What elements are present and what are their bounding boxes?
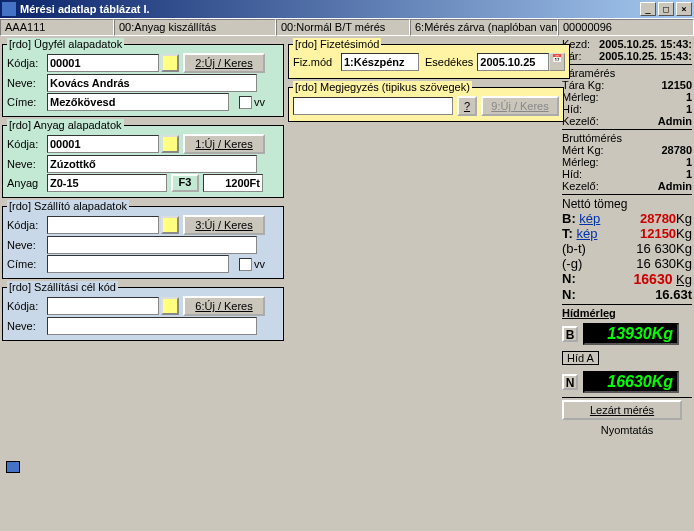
customer-name-label: Neve:: [7, 77, 47, 89]
customer-vv-checkbox[interactable]: [239, 96, 252, 109]
n-label: N:: [562, 271, 576, 287]
tare-kg-label: Tára Kg:: [562, 79, 604, 91]
statusbar: AAA111 00:Anyag kiszállítás 00:Normál B/…: [0, 18, 694, 36]
carrier-addr-label: Címe:: [7, 258, 47, 270]
scale2-label: Mérleg:: [562, 156, 599, 168]
bridge1-value: 1: [686, 103, 692, 115]
small-image-icon: [6, 461, 20, 473]
carrier-code-input[interactable]: [47, 216, 159, 234]
closed-measurement-button[interactable]: Lezárt mérés: [562, 400, 682, 420]
bridge2-label: Híd:: [562, 168, 582, 180]
customer-new-search-button[interactable]: 2:Új / Keres: [183, 53, 265, 73]
carrier-addr-input[interactable]: [47, 255, 229, 273]
status-id: 00000096: [558, 19, 694, 36]
bridge2-value: 1: [686, 168, 692, 180]
gross-section-label: Bruttómérés: [562, 132, 692, 144]
end-value: 2005.10.25. 15:43:: [599, 50, 692, 62]
start-value: 2005.10.25. 15:43:: [599, 38, 692, 50]
n2-value: 16.63t: [655, 287, 692, 302]
carrier-new-search-button[interactable]: 3:Új / Keres: [183, 215, 265, 235]
destination-name-input[interactable]: [47, 317, 257, 335]
maximize-button[interactable]: □: [658, 2, 674, 16]
payment-mode-input[interactable]: [341, 53, 419, 71]
material-legend: [rdo] Anyag alapadatok: [7, 119, 124, 131]
n-value: 16630: [634, 271, 673, 287]
material-name-input[interactable]: [47, 155, 257, 173]
note-help-button[interactable]: ?: [457, 96, 477, 116]
carrier-group: [rdo] Szállító alapadatok Kódja: 3:Új / …: [2, 200, 284, 279]
bt-label: (b-t): [562, 241, 586, 256]
n-display: 16630Kg: [583, 371, 679, 393]
status-state: 6:Mérés zárva (naplóban van): [410, 19, 558, 36]
f3-button[interactable]: F3: [171, 174, 199, 192]
customer-name-input[interactable]: [47, 74, 257, 92]
t-kep-link[interactable]: kép: [576, 226, 597, 241]
material-anyag-input[interactable]: [47, 174, 167, 192]
customer-lookup-button[interactable]: [161, 54, 179, 72]
n-badge: N: [562, 374, 578, 390]
carrier-lookup-button[interactable]: [161, 216, 179, 234]
note-input[interactable]: [293, 97, 453, 115]
b-value: 28780: [640, 211, 676, 226]
scale1-label: Mérleg:: [562, 91, 599, 103]
due-date-input[interactable]: [477, 53, 549, 71]
t-label: T:: [562, 226, 573, 241]
scale1-value: 1: [686, 91, 692, 103]
operator1-value: Admin: [658, 115, 692, 127]
operator2-label: Kezelő:: [562, 180, 599, 192]
net-section-label: Nettó tömeg: [562, 197, 692, 211]
bridge-scale-label: Hídmérleg: [562, 307, 692, 319]
destination-legend: [rdo] Szállítási cél kód: [7, 281, 118, 293]
destination-new-search-button[interactable]: 6:Új / Keres: [183, 296, 265, 316]
payment-group: [rdo] Fizetésimód Fiz.mód Esedékes 📅: [288, 38, 570, 79]
customer-addr-label: Címe:: [7, 96, 47, 108]
minimize-button[interactable]: _: [640, 2, 656, 16]
customer-vv-label: vv: [254, 96, 265, 108]
destination-code-input[interactable]: [47, 297, 159, 315]
carrier-name-input[interactable]: [47, 236, 257, 254]
customer-group: [rdo] Ügyfél alapadatok Kódja: 2:Új / Ke…: [2, 38, 284, 117]
calendar-icon[interactable]: 📅: [549, 53, 565, 71]
destination-lookup-button[interactable]: [161, 297, 179, 315]
hid-a-label: Híd A: [562, 351, 599, 365]
material-anyag-label: Anyag: [7, 177, 47, 189]
g-value: 16 630Kg: [636, 256, 692, 271]
close-button[interactable]: ×: [676, 2, 692, 16]
t-value: 12150: [640, 226, 676, 241]
tare-section-label: Táramérés: [562, 67, 692, 79]
material-code-input[interactable]: [47, 135, 159, 153]
b-kep-link[interactable]: kép: [579, 211, 600, 226]
payment-legend: [rdo] Fizetésimód: [293, 38, 381, 50]
carrier-legend: [rdo] Szállító alapadatok: [7, 200, 129, 212]
material-name-label: Neve:: [7, 158, 47, 170]
customer-code-input[interactable]: [47, 54, 159, 72]
operator2-value: Admin: [658, 180, 692, 192]
customer-addr-input[interactable]: [47, 93, 229, 111]
note-new-search-button[interactable]: 9:Új / Keres: [481, 96, 559, 116]
status-type: 00:Anyag kiszállítás: [114, 19, 276, 36]
material-code-label: Kódja:: [7, 138, 47, 150]
carrier-name-label: Neve:: [7, 239, 47, 251]
print-label: Nyomtatás: [562, 424, 692, 436]
note-legend: [rdo] Megjegyzés (tipikus szövegek): [293, 81, 472, 93]
bt-value: 16 630Kg: [636, 241, 692, 256]
payment-mode-label: Fiz.mód: [293, 56, 341, 68]
carrier-code-label: Kódja:: [7, 219, 47, 231]
b-badge: B: [562, 326, 578, 342]
tare-kg-value: 12150: [661, 79, 692, 91]
material-lookup-button[interactable]: [161, 135, 179, 153]
material-new-search-button[interactable]: 1:Új / Keres: [183, 134, 265, 154]
carrier-vv-checkbox[interactable]: [239, 258, 252, 271]
bridge1-label: Híd:: [562, 103, 582, 115]
note-group: [rdo] Megjegyzés (tipikus szövegek) ? 9:…: [288, 81, 564, 122]
due-label: Esedékes: [425, 56, 473, 68]
destination-group: [rdo] Szállítási cél kód Kódja: 6:Új / K…: [2, 281, 284, 341]
carrier-vv-label: vv: [254, 258, 265, 270]
operator1-label: Kezelő:: [562, 115, 599, 127]
destination-name-label: Neve:: [7, 320, 47, 332]
material-price[interactable]: [203, 174, 263, 192]
window-titlebar: Mérési adatlap táblázat I. _ □ ×: [0, 0, 694, 18]
destination-code-label: Kódja:: [7, 300, 47, 312]
n-kg-link[interactable]: Kg: [676, 272, 692, 287]
b-display: 13930Kg: [583, 323, 679, 345]
